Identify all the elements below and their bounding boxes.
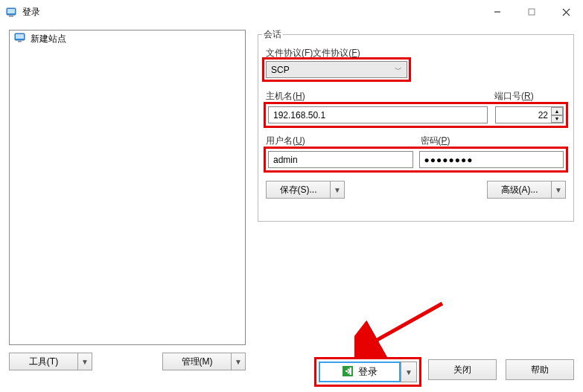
svg-rect-4 (529, 9, 535, 15)
session-group-label: 会话 (262, 28, 283, 41)
new-site-label: 新建站点 (31, 33, 66, 45)
chevron-down-icon: ﹀ (395, 65, 402, 75)
new-site-item[interactable]: 新建站点 (11, 32, 243, 46)
host-label: 主机名(H) (266, 90, 485, 103)
app-icon (6, 6, 18, 18)
title-bar: 登录 (0, 0, 583, 24)
chevron-up-icon: ▲ (551, 107, 563, 115)
advanced-dropdown-arrow[interactable]: ▼ (551, 181, 566, 199)
chevron-down-icon: ▼ (405, 368, 412, 376)
username-input[interactable] (268, 151, 413, 168)
port-label: 端口号(R) (494, 90, 566, 103)
login-dropdown-arrow[interactable]: ▼ (401, 362, 417, 382)
session-group: 文件协议(F)文件协议(F)文件协议(F) SCP ﹀ 主机名(H) 端口号(R… (258, 34, 574, 222)
login-button[interactable]: 登录 (319, 362, 401, 382)
svg-line-10 (368, 303, 442, 345)
close-button[interactable]: 关闭 (428, 359, 497, 380)
svg-rect-8 (16, 34, 24, 39)
maximize-button[interactable] (514, 0, 549, 24)
port-spinner[interactable]: ▲ ▼ (551, 107, 563, 123)
protocol-select[interactable]: SCP ﹀ (266, 61, 407, 78)
protocol-value: SCP (271, 65, 290, 75)
svg-rect-12 (350, 367, 352, 375)
host-input[interactable] (268, 106, 488, 123)
svg-rect-2 (9, 16, 13, 17)
monitor-icon (14, 33, 26, 45)
login-icon (342, 365, 354, 379)
save-dropdown-arrow[interactable]: ▼ (330, 181, 345, 199)
minimize-button[interactable] (480, 0, 514, 24)
username-label: 用户名(U) (266, 135, 412, 147)
password-label: 密码(P) (421, 135, 567, 147)
password-input[interactable] (419, 151, 564, 168)
site-list[interactable]: 新建站点 (9, 30, 246, 345)
advanced-button[interactable]: 高级(A)... (487, 181, 551, 199)
login-label: 登录 (358, 365, 377, 379)
svg-rect-1 (7, 9, 15, 13)
save-button[interactable]: 保存(S)... (266, 181, 330, 199)
chevron-down-icon: ▼ (551, 115, 563, 123)
svg-rect-9 (18, 41, 22, 42)
window-title: 登录 (22, 6, 40, 19)
chevron-down-icon: ▼ (334, 186, 341, 194)
help-button[interactable]: 帮助 (506, 359, 574, 380)
protocol-label: 文件协议(F)文件协议(F)文件协议(F) (266, 47, 566, 60)
annotation-arrow-icon (354, 298, 451, 357)
chevron-down-icon: ▼ (555, 186, 562, 194)
close-window-button[interactable] (549, 0, 583, 24)
